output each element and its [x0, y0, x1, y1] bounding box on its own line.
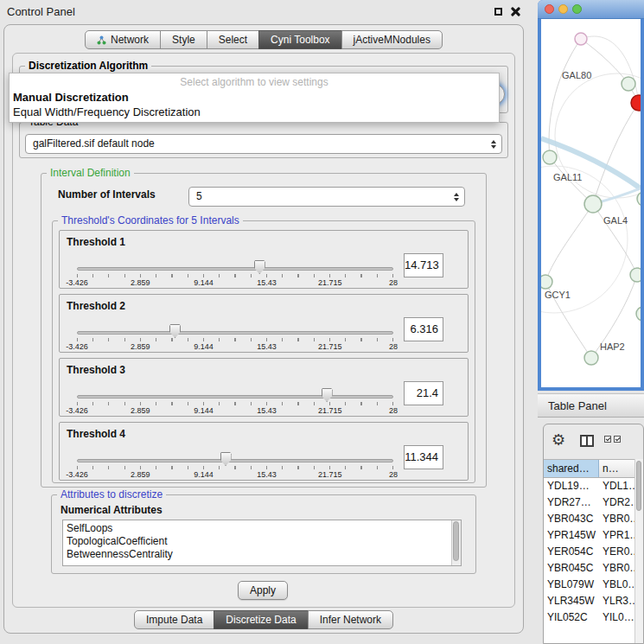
threshold-panel: Threshold 1-3.4262.8599.14415.4321.71528…	[59, 230, 469, 289]
table-cell: YBL079W	[544, 577, 599, 593]
tick-label: 15.43	[257, 470, 277, 479]
tab-label: Cyni Toolbox	[271, 31, 329, 48]
network-node[interactable]	[637, 192, 641, 206]
checkbox-icon	[614, 436, 621, 443]
network-node[interactable]	[584, 195, 602, 213]
tab-network[interactable]: Network	[85, 30, 161, 49]
network-canvas[interactable]: GAL80 GAL11 GAL4 GCY1 HAP2	[541, 19, 641, 387]
table-row[interactable]: YDR27…YDR2…	[544, 494, 636, 511]
table-row[interactable]: YPR145WYPR1…	[544, 527, 636, 544]
dropdown-item[interactable]: Equal Width/Frequency Discretization	[10, 105, 499, 119]
threshold-value-field[interactable]: 6.316	[404, 317, 443, 341]
close-icon[interactable]	[510, 6, 521, 17]
table-cell: YBR043C	[544, 511, 599, 527]
threshold-value-field[interactable]: 14.713	[404, 253, 443, 277]
slider-track[interactable]	[77, 267, 393, 271]
column-header[interactable]: n…	[599, 460, 636, 477]
number-of-intervals-value: 5	[196, 188, 202, 206]
threshold-value-field[interactable]: 21.4	[404, 381, 443, 405]
threshold-slider[interactable]: -3.4262.8599.14415.4321.71528	[77, 385, 393, 416]
tab-label: Discretize Data	[226, 611, 296, 628]
tick-label: -3.426	[66, 342, 88, 351]
table-scrollbar[interactable]	[634, 459, 643, 643]
list-scrollbar-thumb[interactable]	[453, 521, 459, 561]
network-node[interactable]	[541, 275, 552, 289]
table-row[interactable]: YER054CYER0…	[544, 544, 636, 560]
tick-label: 9.144	[194, 406, 214, 415]
table-scrollbar-thumb[interactable]	[636, 461, 641, 511]
algorithm-dropdown-list: Manual DiscretizationEqual Width/Frequen…	[10, 90, 499, 119]
table-cell: YPR145W	[544, 527, 599, 544]
algorithm-group-title: Discretization Algorithm	[25, 60, 151, 72]
zoom-traffic-light[interactable]	[572, 4, 582, 14]
number-of-intervals-label: Number of Intervals	[58, 188, 156, 201]
column-header[interactable]: shared…	[544, 460, 599, 477]
table-cell: YIL052C	[544, 609, 599, 626]
table-row[interactable]: YDL19…YDL1…	[544, 478, 636, 494]
table-row[interactable]: YLR345WYLR3…	[544, 593, 636, 609]
list-scrollbar[interactable]	[451, 520, 461, 565]
threshold-slider[interactable]: -3.4262.8599.14415.4321.71528	[77, 449, 393, 480]
threshold-value-field[interactable]: 11.344	[404, 445, 443, 469]
table-cell: YDL19…	[544, 478, 599, 494]
float-window-icon[interactable]	[494, 8, 502, 16]
threshold-slider[interactable]: -3.4262.8599.14415.4321.71528	[77, 257, 393, 288]
attribute-list: SelfLoopsTopologicalCoefficientBetweenne…	[63, 522, 461, 561]
attributes-group-title: Attributes to discretize	[57, 488, 166, 501]
list-item[interactable]: SelfLoops	[63, 522, 461, 535]
apply-button[interactable]: Apply	[238, 581, 288, 600]
tab-jactivemnodules[interactable]: jActiveMNodules	[341, 30, 443, 49]
network-node[interactable]	[543, 150, 557, 164]
tab-style[interactable]: Style	[160, 30, 207, 49]
table-row[interactable]: YIL052CYIL0…	[544, 609, 636, 626]
columns-icon[interactable]	[580, 435, 594, 447]
tab-infer-network[interactable]: Infer Network	[308, 610, 393, 629]
network-node[interactable]	[636, 307, 641, 321]
tick-label: -3.426	[66, 470, 88, 479]
slider-track[interactable]	[77, 459, 393, 462]
slider-thumb[interactable]	[220, 452, 232, 466]
table-row[interactable]: YBR043CYBR0…	[544, 511, 636, 527]
network-node[interactable]	[584, 351, 598, 365]
tab-select[interactable]: Select	[207, 30, 259, 49]
select-columns-icon[interactable]	[604, 436, 621, 443]
network-node[interactable]	[575, 33, 587, 45]
slider-thumb[interactable]	[254, 260, 265, 274]
threshold-label: Threshold 1	[67, 236, 125, 248]
threshold-panel: Threshold 4-3.4262.8599.14415.4321.71528…	[59, 422, 469, 481]
table-row[interactable]: YBR045CYBR0…	[544, 560, 636, 577]
slider-track[interactable]	[77, 331, 393, 335]
tab-label: Impute Data	[146, 611, 202, 628]
list-item[interactable]: TopologicalCoefficient	[63, 535, 461, 548]
tick-label: 21.715	[318, 278, 342, 287]
threshold-label: Threshold 3	[67, 364, 125, 376]
threshold-slider[interactable]: -3.4262.8599.14415.4321.71528	[77, 321, 393, 352]
network-node-selected[interactable]	[631, 95, 641, 111]
slider-tick-labels: -3.4262.8599.14415.4321.71528	[77, 470, 393, 481]
minimize-traffic-light[interactable]	[558, 4, 568, 14]
network-node[interactable]	[622, 77, 635, 91]
slider-thumb[interactable]	[322, 388, 333, 402]
network-node[interactable]	[630, 268, 641, 282]
tick-label: 21.715	[318, 406, 342, 415]
table-cell: YBR0…	[599, 511, 636, 527]
dropdown-item[interactable]: Manual Discretization	[10, 90, 499, 105]
attribute-listbox: SelfLoopsTopologicalCoefficientBetweenne…	[62, 520, 462, 566]
slider-ticks	[77, 274, 393, 277]
tab-impute-data[interactable]: Impute Data	[134, 610, 214, 629]
table-data-combobox[interactable]: galFiltered.sif default node	[25, 134, 502, 154]
node-label: GAL11	[553, 172, 582, 182]
table-row[interactable]: YBL079WYBL0…	[544, 577, 636, 593]
tick-label: 21.715	[318, 342, 342, 351]
gear-icon[interactable]: ⚙	[552, 430, 565, 450]
slider-thumb[interactable]	[169, 324, 181, 338]
slider-track[interactable]	[77, 395, 393, 399]
tab-discretize-data[interactable]: Discretize Data	[214, 610, 308, 629]
table-cell: YLR345W	[544, 593, 599, 609]
tick-label: 15.43	[257, 342, 277, 351]
list-item[interactable]: BetweennessCentrality	[63, 548, 461, 561]
tab-cyni-toolbox[interactable]: Cyni Toolbox	[258, 30, 341, 49]
number-of-intervals-combobox[interactable]: 5	[188, 187, 465, 207]
close-traffic-light[interactable]	[545, 4, 554, 14]
tick-label: -3.426	[66, 406, 88, 415]
